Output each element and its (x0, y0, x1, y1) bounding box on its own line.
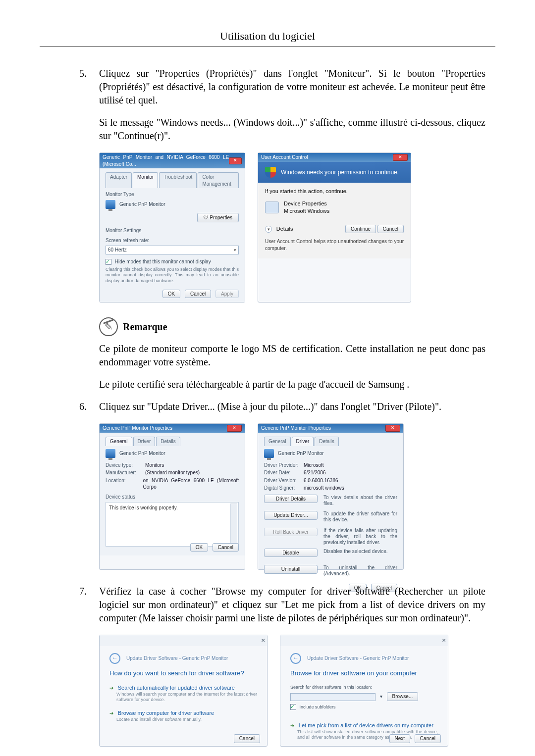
propgen-tab-driver[interactable]: Driver (133, 437, 156, 446)
propdrv-tab-driver[interactable]: Driver (292, 437, 314, 446)
propdrv-rollback-desc: If the device fails after updating the d… (323, 528, 397, 546)
dlg1-properties-button[interactable]: 🛡 Properties (197, 213, 239, 223)
wiz2-path-input[interactable] (290, 693, 375, 701)
step-5-para-1: Cliquez sur "Properties (Propriétés)" da… (99, 67, 485, 107)
propgen-location-label: Location: (106, 477, 143, 491)
dlg-monitor-properties: Generic PnP Monitor and NVIDIA GeForce 6… (99, 152, 245, 302)
dlg1-titlebar: Generic PnP Monitor and NVIDIA GeForce 6… (100, 153, 245, 168)
propgen-tab-details[interactable]: Details (156, 437, 180, 446)
monitor-icon (106, 449, 115, 458)
dlg1-monitor-type-label: Monitor Type (106, 191, 239, 198)
back-arrow-icon[interactable]: ← (290, 653, 301, 664)
wiz2-next-button[interactable]: Next (389, 734, 411, 743)
wiz1-opt1-desc: Windows will search your computer and th… (116, 692, 257, 703)
shield-icon (265, 167, 276, 178)
propdrv-details-button[interactable]: Driver Details (264, 495, 318, 504)
propdrv-close-button[interactable]: ✕ (385, 425, 400, 432)
dlg1-apply-button[interactable]: Apply (215, 290, 239, 299)
back-arrow-icon[interactable]: ← (109, 653, 120, 664)
dlg1-hidemodes-checkbox[interactable] (106, 259, 111, 265)
propgen-cancel-button[interactable]: Cancel (213, 543, 239, 552)
dlg1-monitor-settings-label: Monitor Settings (106, 227, 239, 234)
wiz2-breadcrumb: Update Driver Software - Generic PnP Mon… (307, 655, 409, 662)
propdrv-date-value: 6/21/2006 (304, 469, 326, 476)
dlg-uac: User Account Control ✕ Windows needs you… (258, 152, 411, 302)
propgen-manufacturer-label: Manufacturer: (106, 469, 145, 476)
propdrv-disable-button[interactable]: Disable (264, 549, 318, 557)
propgen-tab-general[interactable]: General (106, 437, 132, 446)
propdrv-provider-value: Microsoft (304, 462, 324, 469)
chevron-down-icon[interactable]: ▾ (265, 226, 272, 233)
propdrv-disable-desc: Disables the selected device. (323, 549, 397, 562)
propdrv-monitor-name: Generic PnP Monitor (278, 450, 324, 457)
propdrv-titlebar: Generic PnP Monitor Properties ✕ (258, 424, 403, 433)
propdrv-uninstall-desc: To uninstall the driver (Advanced). (323, 565, 397, 579)
wiz1-close-button[interactable]: ✕ (261, 637, 265, 644)
propgen-status-text: This device is working properly. (109, 505, 178, 510)
wiz1-option-browse[interactable]: ➔ Browse my computer for driver software… (109, 709, 257, 722)
dlg1-refresh-label: Screen refresh rate: (106, 237, 239, 244)
propgen-ok-button[interactable]: OK (190, 543, 208, 552)
uac-continue-button[interactable]: Continue (345, 225, 376, 234)
wiz2-search-label: Search for driver software in this locat… (290, 684, 438, 690)
dlg1-cancel-button[interactable]: Cancel (185, 290, 211, 299)
chevron-down-icon[interactable]: ▾ (380, 694, 382, 699)
step-7-number: 7. (79, 585, 87, 598)
figure-row-3: ✕ ← Update Driver Software - Generic PnP… (99, 635, 485, 747)
dlg1-ok-button[interactable]: OK (162, 290, 180, 299)
note-para-2: Le pilote certifié sera téléchargeable à… (99, 378, 485, 391)
arrow-icon: ➔ (109, 685, 113, 691)
step-5-number: 5. (79, 67, 87, 80)
step-5: 5. Cliquez sur "Properties (Propriétés)"… (99, 67, 485, 143)
scrollbar[interactable] (230, 504, 237, 545)
step-6-para-1: Cliquez sur "Update Driver... (Mise à jo… (99, 400, 485, 413)
wiz1-opt2-desc: Locate and install driver software manua… (116, 717, 257, 722)
uac-cancel-button[interactable]: Cancel (377, 225, 404, 234)
note-block: ✎ Remarque (99, 317, 485, 336)
propdrv-rollback-button[interactable]: Roll Back Driver (264, 528, 318, 537)
step-6-number: 6. (79, 400, 87, 413)
propdrv-version-value: 6.0.6000.16386 (304, 477, 338, 484)
note-title: Remarque (123, 320, 167, 334)
propdrv-tab-details[interactable]: Details (315, 437, 339, 446)
propgen-monitor-name: Generic PnP Monitor (119, 450, 165, 457)
propgen-close-button[interactable]: ✕ (227, 425, 242, 432)
propdrv-date-label: Driver Date: (264, 469, 304, 476)
wiz2-browse-button[interactable]: Browse... (387, 692, 419, 701)
propgen-status-label: Device status (106, 494, 239, 501)
wiz2-include-sub-checkbox[interactable] (290, 704, 296, 710)
step-7: 7. Vérifiez la case à cocher "Browse my … (99, 585, 485, 625)
propdrv-tab-general[interactable]: General (264, 437, 291, 446)
uac-details-label[interactable]: Details (276, 226, 293, 232)
tab-troubleshoot[interactable]: Troubleshoot (159, 172, 197, 188)
dlg1-tabs: Adapter Monitor Troubleshoot Color Manag… (106, 172, 239, 188)
uac-ifyoustarted: If you started this action, continue. (265, 188, 404, 195)
note-para-1: Ce pilote de moniteur comporte le logo M… (99, 342, 485, 369)
wiz2-close-button[interactable]: ✕ (442, 637, 446, 644)
note-icon: ✎ (99, 317, 118, 336)
step-7-para-1: Vérifiez la case à cocher "Browse my com… (99, 585, 485, 625)
dlg-props-driver: Generic PnP Monitor Properties ✕ General… (258, 423, 404, 570)
propdrv-uninstall-button[interactable]: Uninstall (264, 565, 318, 574)
tab-adapter[interactable]: Adapter (106, 172, 132, 188)
dlg1-close-button[interactable]: ✕ (229, 157, 242, 164)
wiz1-breadcrumb: Update Driver Software - Generic PnP Mon… (126, 655, 228, 662)
wiz1-cancel-button[interactable]: Cancel (234, 734, 260, 743)
wiz1-option-auto[interactable]: ➔ Search automatically for updated drive… (109, 684, 257, 703)
uac-close-button[interactable]: ✕ (393, 154, 408, 161)
wiz2-cancel-button[interactable]: Cancel (415, 734, 441, 743)
dlg-wizard-browse: ✕ ← Update Driver Software - Generic PnP… (280, 635, 448, 747)
propdrv-signer-label: Digital Signer: (264, 485, 304, 492)
dlg1-refresh-value: 60 Hertz (108, 247, 127, 253)
dlg1-hidemodes-label: Hide modes that this monitor cannot disp… (115, 259, 211, 264)
figure-row-1: Generic PnP Monitor and NVIDIA GeForce 6… (99, 152, 485, 302)
tab-monitor[interactable]: Monitor (133, 172, 158, 188)
step-5-para-2: Si le message "Windows needs... (Windows… (99, 116, 485, 143)
propdrv-update-button[interactable]: Update Driver... (264, 511, 318, 520)
step-6: 6. Cliquez sur "Update Driver... (Mise à… (99, 400, 485, 413)
uac-ms-windows: Microsoft Windows (284, 207, 329, 215)
dlg1-refresh-select[interactable]: 60 Hertz ▾ (106, 246, 239, 254)
dlg-wizard-search: ✕ ← Update Driver Software - Generic PnP… (99, 635, 268, 747)
uac-header: Windows needs your permission to continu… (258, 162, 411, 183)
tab-color-management[interactable]: Color Management (198, 172, 239, 188)
